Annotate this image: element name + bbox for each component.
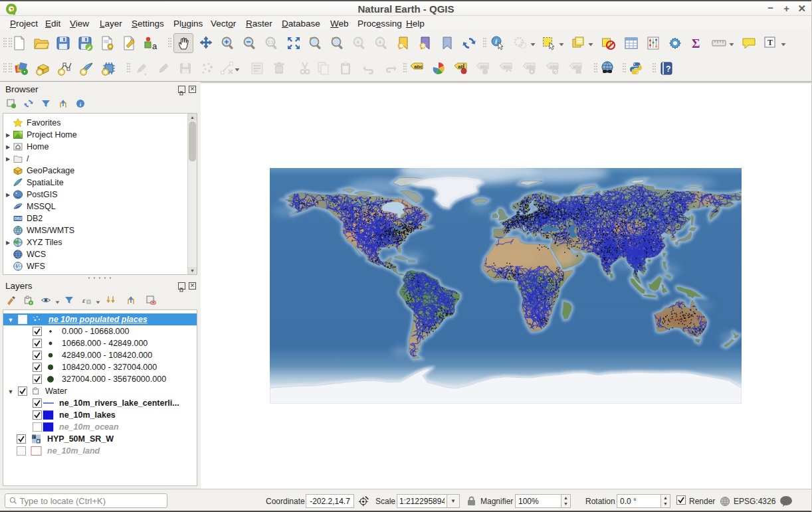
svg-text:✱: ✱: [59, 68, 64, 76]
svg-text:DB2: DB2: [15, 216, 22, 220]
svg-text:✱: ✱: [37, 68, 43, 76]
svg-text:✱: ✱: [399, 43, 404, 49]
svg-text:a: a: [152, 41, 157, 51]
svg-text:abc: abc: [526, 64, 535, 70]
svg-text:Σ: Σ: [692, 37, 700, 50]
svg-text:abc: abc: [550, 64, 558, 70]
svg-text:abc: abc: [414, 64, 423, 70]
svg-text:✱: ✱: [103, 68, 108, 76]
svg-text:1:1: 1:1: [268, 40, 274, 44]
svg-text:✱: ✱: [81, 68, 86, 76]
svg-text:?: ?: [666, 64, 670, 74]
svg-text:✱: ✱: [421, 43, 426, 49]
svg-text:abc: abc: [480, 64, 488, 70]
svg-text:abc: abc: [573, 64, 581, 70]
svg-text:T: T: [767, 38, 773, 47]
svg-text:ε: ε: [82, 296, 86, 304]
svg-text:abc: abc: [503, 64, 512, 70]
